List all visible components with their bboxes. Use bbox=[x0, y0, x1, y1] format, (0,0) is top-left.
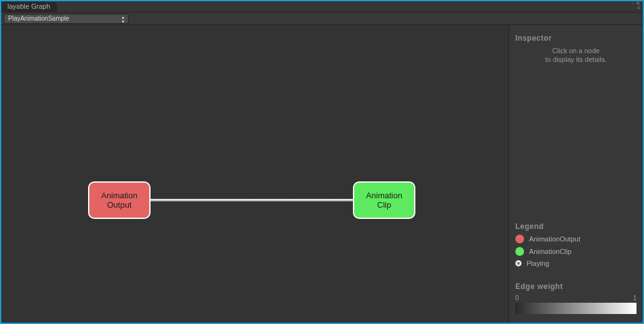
legend-label: Playing bbox=[527, 260, 549, 267]
menu-icon[interactable]: ≡ bbox=[637, 6, 640, 10]
legend-item-clip: AnimationClip bbox=[515, 247, 637, 256]
node-label-line2: Output bbox=[107, 200, 131, 210]
edge-weight-scale: 0 1 bbox=[515, 295, 637, 301]
hint-line1: Click on a node bbox=[552, 47, 600, 54]
lock-icon[interactable]: ▫ bbox=[632, 2, 633, 6]
node-label-line1: Animation bbox=[101, 191, 137, 200]
inspector-hint: Click on a node to display its details. bbox=[515, 46, 637, 64]
node-animation-output[interactable]: Animation Output bbox=[88, 181, 151, 219]
sidebar: Inspector Click on a node to display its… bbox=[508, 25, 643, 323]
chevron-updown-icon: ▴▾ bbox=[122, 15, 124, 24]
edge-weight-heading: Edge weight bbox=[515, 282, 637, 291]
node-label-line2: Clip bbox=[377, 200, 391, 210]
swatch-playing-icon bbox=[515, 260, 522, 266]
edge-weight-min: 0 bbox=[515, 295, 519, 301]
graph-edge bbox=[149, 199, 361, 201]
edge-weight-gradient bbox=[515, 303, 637, 314]
node-animation-clip[interactable]: Animation Clip bbox=[353, 181, 415, 219]
hint-line2: to display its details. bbox=[545, 56, 607, 63]
window-tab-label: layable Graph bbox=[7, 3, 51, 10]
toolbar: PlayAnimationSample ▴▾ bbox=[1, 13, 643, 25]
edge-weight-max: 1 bbox=[633, 295, 637, 301]
legend-heading: Legend bbox=[515, 222, 637, 231]
inspector-heading: Inspector bbox=[515, 34, 637, 43]
sidebar-spacer bbox=[515, 64, 637, 222]
legend-label: AnimationClip bbox=[529, 248, 572, 255]
node-label-line1: Animation bbox=[366, 191, 402, 200]
node-label: Animation Output bbox=[101, 191, 137, 210]
swatch-green-icon bbox=[515, 247, 524, 256]
window-tab[interactable]: layable Graph bbox=[1, 2, 57, 12]
swatch-red-icon bbox=[515, 235, 524, 243]
title-bar: layable Graph ▫✕ ≡ bbox=[1, 1, 643, 13]
edge-weight-section: Edge weight 0 1 bbox=[515, 282, 637, 314]
legend-item-playing: Playing bbox=[515, 260, 637, 267]
graph-canvas[interactable]: Animation Output Animation Clip bbox=[1, 25, 508, 323]
content-area: Animation Output Animation Clip Inspecto… bbox=[1, 25, 643, 323]
node-label: Animation Clip bbox=[366, 191, 402, 210]
legend-item-output: AnimationOutput bbox=[515, 235, 637, 243]
dropdown-value: PlayAnimationSample bbox=[8, 15, 69, 22]
legend-label: AnimationOutput bbox=[529, 235, 580, 243]
window-controls[interactable]: ▫✕ ≡ bbox=[632, 2, 640, 10]
graph-selector-dropdown[interactable]: PlayAnimationSample ▴▾ bbox=[4, 14, 129, 24]
